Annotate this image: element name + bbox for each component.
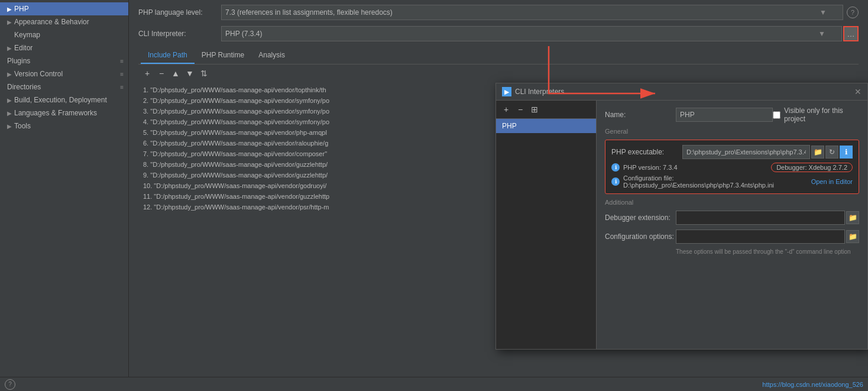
exe-info-button[interactable]: ℹ [840,146,853,159]
php-exe-label: PHP executable: [611,148,682,156]
arrow-icon: ▶ [7,123,12,130]
debugger-ext-label: Debugger extension: [605,214,676,222]
bottom-url-link[interactable]: https://blog.csdn.net/xiaodong_526 [762,381,863,388]
name-input[interactable] [676,108,773,122]
visible-only-checkbox[interactable] [773,111,780,119]
name-label: Name: [605,111,676,119]
bottom-bar: ? https://blog.csdn.net/xiaodong_526 [0,377,868,391]
dialog-title-text: CLI Interpreters [515,88,564,96]
arrow-icon: ▶ [7,19,12,25]
sidebar-item-tools[interactable]: ▶ Tools [0,119,128,133]
dialog-body: + − ⊞ PHP Name: [496,101,867,349]
arrow-icon: ▶ [7,6,12,12]
arrow-icon: ▶ [7,71,12,77]
dialog-icon: ▶ [502,87,511,96]
sidebar-item-label: Appearance & Behavior [14,18,89,26]
hint-text: These options will be passed through the… [676,248,859,255]
debugger-ext-input[interactable] [676,211,845,225]
php-version-row: ℹ PHP version: 7.3.4 Debugger: Xdebug 2.… [611,163,853,172]
dialog-overlay: ▶ CLI Interpreters ✕ + − ⊞ PHP [129,0,868,377]
exe-row: 📁 ↻ ℹ [682,145,853,159]
sidebar-item-label: Version Control [14,70,63,78]
config-info-icon: ℹ [611,177,620,186]
sidebar-item-appearance[interactable]: ▶ Appearance & Behavior [0,15,128,28]
config-file-text: Configuration file: D:\phpstudy_pro\Exte… [623,175,811,189]
sidebar-item-label: Keymap [14,31,40,39]
arrow-icon: ▶ [7,45,12,51]
open-in-editor-link[interactable]: Open in Editor [811,178,853,185]
debugger-ext-row: Debugger extension: 📁 [605,211,859,225]
close-button[interactable]: ✕ [854,87,861,96]
arrow-icon: ▶ [7,110,12,117]
php-info-box: PHP executable: 📁 ↻ ℹ ℹ [605,140,859,194]
help-button[interactable]: ? [5,379,15,390]
sidebar-item-label: Plugins [7,57,30,65]
arrow-icon: ▶ [7,97,12,104]
sidebar-item-label: Tools [14,122,31,130]
additional-section-title: Additional [605,199,859,206]
dialog-sidebar-toolbar: + − ⊞ [496,101,596,119]
debugger-badge: Debugger: Xdebug 2.7.2 [771,163,853,172]
sidebar: ▶ PHP ▶ Appearance & Behavior Keymap ▶ E… [0,0,129,377]
name-row: Name: Visible only for this project [605,106,859,123]
dialog-title: ▶ CLI Interpreters [502,87,564,96]
general-section-title: General [605,128,859,135]
sidebar-item-label: Build, Execution, Deployment [14,96,107,104]
dialog-sidebar: + − ⊞ PHP [496,101,597,349]
visible-only-label: Visible only for this project [773,106,859,123]
config-file-row: ℹ Configuration file: D:\phpstudy_pro\Ex… [611,175,853,189]
config-options-label: Configuration options: [605,232,676,241]
sidebar-item-plugins[interactable]: Plugins ≡ [0,54,128,67]
exe-refresh-button[interactable]: ↻ [825,146,838,159]
php-version-text: PHP version: 7.3.4 [623,164,771,171]
sidebar-item-languages[interactable]: ▶ Languages & Frameworks [0,106,128,119]
cli-interpreters-dialog: ▶ CLI Interpreters ✕ + − ⊞ PHP [495,83,868,350]
sidebar-item-label: Editor [14,44,33,52]
dir-indicator: ≡ [120,84,124,91]
exe-browse-button[interactable]: 📁 [811,146,824,159]
php-exe-row: PHP executable: 📁 ↻ ℹ [611,145,853,159]
dialog-add-button[interactable]: + [500,103,513,116]
config-options-input[interactable] [676,230,845,244]
vc-indicator: ≡ [120,71,124,77]
sidebar-item-build[interactable]: ▶ Build, Execution, Deployment [0,93,128,106]
sidebar-item-version-control[interactable]: ▶ Version Control ≡ [0,67,128,80]
sidebar-item-editor[interactable]: ▶ Editor [0,41,128,54]
config-browse-button[interactable]: 📁 [846,230,859,243]
sidebar-item-label: PHP [14,5,29,13]
config-options-row: Configuration options: 📁 [605,230,859,244]
dialog-sidebar-item-php[interactable]: PHP [496,119,596,133]
dialog-content: Name: Visible only for this project Gene… [597,101,867,349]
debugger-browse-button[interactable]: 📁 [846,211,859,224]
sidebar-item-keymap[interactable]: Keymap [0,28,128,41]
dialog-remove-button[interactable]: − [514,103,527,116]
sidebar-item-label: Languages & Frameworks [14,109,97,117]
sidebar-item-directories[interactable]: Directories ≡ [0,80,128,93]
plugins-indicator: ≡ [120,58,124,64]
content-area: PHP language level: 7.3 (references in l… [129,0,868,377]
php-version-info-icon: ℹ [611,163,620,172]
sidebar-item-php[interactable]: ▶ PHP [0,2,128,15]
php-exe-input[interactable] [682,145,810,159]
dialog-copy-button[interactable]: ⊞ [528,103,541,116]
sidebar-item-label: Directories [7,83,41,91]
dialog-titlebar: ▶ CLI Interpreters ✕ [496,83,867,101]
